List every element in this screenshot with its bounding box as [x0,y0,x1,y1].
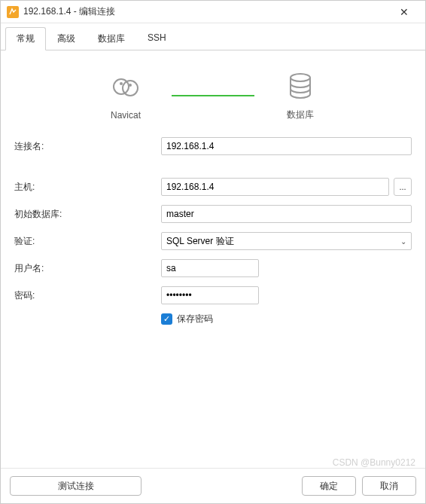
row-initdb: 初始数据库: [14,204,412,224]
tab-label: SSH [148,32,166,43]
host-input[interactable] [161,178,389,196]
navicat-icon [110,72,141,105]
tab-label: 数据库 [98,33,125,44]
pass-label: 密码: [14,289,161,302]
user-label: 用户名: [14,262,161,275]
row-pass: 密码: [14,286,412,305]
conn-name-input[interactable] [161,137,412,155]
tab-database[interactable]: 数据库 [87,27,136,50]
save-pass-checkbox[interactable]: ✓ [161,313,172,325]
pass-input[interactable] [161,286,259,304]
conn-name-label: 连接名: [14,140,161,153]
tab-advanced[interactable]: 高级 [46,27,87,50]
tab-bar: 常规 高级 数据库 SSH [1,23,425,50]
diagram-left-label: Navicat [111,110,141,121]
initdb-label: 初始数据库: [14,208,161,221]
tab-label: 常规 [17,33,35,44]
check-icon: ✓ [163,314,170,324]
tab-ssh[interactable]: SSH [136,27,178,50]
chevron-down-icon: ⌄ [400,237,406,246]
row-auth: 验证: SQL Server 验证 ⌄ [14,231,412,251]
close-icon: ✕ [400,6,409,18]
database-icon [285,70,316,104]
close-button[interactable]: ✕ [389,2,419,23]
tab-general[interactable]: 常规 [5,27,46,50]
diagram-right-label: 数据库 [287,108,314,121]
test-connection-button[interactable]: 测试连接 [10,476,141,496]
content-area: Navicat 数据库 连接名: [1,50,425,468]
svg-point-3 [120,82,123,85]
diagram-right: 数据库 [285,70,316,121]
cancel-button[interactable]: 取消 [362,476,416,496]
form: 连接名: 主机: ... 初始数据库: [14,136,412,325]
row-host: 主机: ... [14,177,412,197]
svg-rect-0 [7,6,19,18]
auth-label: 验证: [14,235,161,248]
host-more-button[interactable]: ... [394,178,412,196]
dialog-window: 192.168.1.4 - 编辑连接 ✕ 常规 高级 数据库 SSH [0,0,426,504]
svg-point-2 [123,81,138,96]
auth-select-value: SQL Server 验证 [166,235,234,248]
user-input[interactable] [161,259,259,277]
diagram-left: Navicat [110,72,141,121]
diagram-connector [172,95,254,96]
connection-diagram: Navicat 数据库 [14,70,412,121]
svg-point-4 [129,84,132,87]
window-title: 192.168.1.4 - 编辑连接 [23,5,389,18]
svg-point-5 [291,74,310,81]
row-user: 用户名: [14,258,412,278]
auth-select[interactable]: SQL Server 验证 ⌄ [161,232,412,250]
ellipsis-icon: ... [399,182,406,191]
row-save-pass: ✓ 保存密码 [161,313,412,325]
row-connection-name: 连接名: [14,136,412,156]
titlebar: 192.168.1.4 - 编辑连接 ✕ [1,1,425,23]
initdb-input[interactable] [161,205,412,223]
ok-button[interactable]: 确定 [302,476,356,496]
app-icon [7,6,19,18]
footer: 测试连接 确定 取消 [1,468,425,503]
host-label: 主机: [14,181,161,194]
tab-label: 高级 [57,33,75,44]
save-pass-label[interactable]: 保存密码 [177,313,213,325]
